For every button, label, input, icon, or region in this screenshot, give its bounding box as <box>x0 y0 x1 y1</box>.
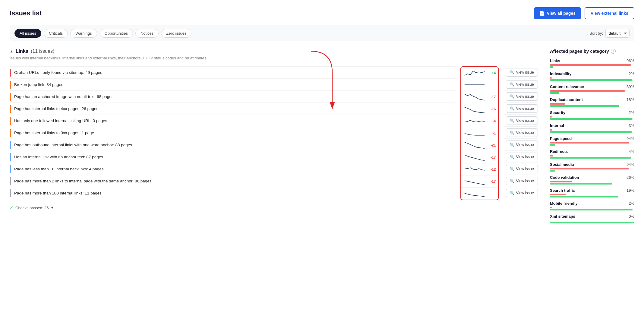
sparkline <box>463 116 486 127</box>
issue-text: Page has less than 10 internal backlinks… <box>14 167 456 171</box>
category-row: Code validation26% <box>550 175 634 185</box>
view-issue-button[interactable]: 🔍View issue <box>506 153 538 161</box>
issue-row: Page has more than 2 links to internal p… <box>10 175 456 187</box>
category-name: Security <box>550 110 565 115</box>
category-pct: 96% <box>627 58 634 63</box>
category-name: Content relevance <box>550 84 584 89</box>
progress-bar-red <box>550 103 565 105</box>
sparkline <box>463 104 486 115</box>
view-issue-button[interactable]: 🔍View issue <box>506 92 538 101</box>
view-issue-button[interactable]: 🔍View issue <box>506 104 538 113</box>
search-icon: 🔍 <box>510 106 514 111</box>
search-icon: 🔍 <box>510 131 514 135</box>
sparkline <box>463 92 486 103</box>
progress-bar-red <box>550 116 552 118</box>
category-pct: 19% <box>627 188 634 193</box>
progress-bar-red <box>550 77 552 79</box>
category-pct: 94% <box>627 136 634 141</box>
category-row: Indexability2% <box>550 71 634 81</box>
view-issue-button[interactable]: 🔍View issue <box>506 141 538 149</box>
category-row: Links96% <box>550 58 634 68</box>
sparkline-delta: -17 <box>487 95 496 99</box>
progress-bar-red <box>550 168 629 169</box>
category-name: Internal <box>550 123 564 128</box>
view-issue-button[interactable]: 🔍View issue <box>506 189 538 197</box>
collapse-icon[interactable]: ▲ <box>10 49 13 53</box>
action-row: 🔍View issue <box>504 90 538 103</box>
sparkline-row: -21 <box>461 139 498 151</box>
sparkline-row: +4 <box>461 67 498 79</box>
progress-bar-red <box>550 155 553 156</box>
issue-row: Page has internal links to 3xx pages: 1 … <box>10 127 456 139</box>
issue-indicator <box>10 165 11 173</box>
issue-row: Orphan URLs - only found via sitemap: 49… <box>10 66 456 78</box>
filter-tab-opportunities[interactable]: Opportunities <box>99 29 133 38</box>
action-row: 🔍View issue <box>504 151 538 163</box>
progress-bar-red <box>550 194 566 195</box>
progress-bar-green <box>550 170 555 172</box>
sparkline <box>463 188 486 199</box>
sparkline-row: -12 <box>461 163 498 175</box>
view-issue-button[interactable]: 🔍View issue <box>506 116 538 125</box>
action-row: 🔍View issue <box>504 78 538 90</box>
filter-tab-criticals[interactable]: Criticals <box>44 29 68 38</box>
category-pct: 2% <box>629 110 634 115</box>
filter-tab-notices[interactable]: Notices <box>135 29 159 38</box>
category-header: Social media94% <box>550 162 634 167</box>
category-pct: 26% <box>627 175 634 180</box>
category-pct: 3% <box>629 123 634 128</box>
filter-tab-all-issues[interactable]: All issues <box>14 29 41 38</box>
search-icon: 🔍 <box>510 82 514 87</box>
category-row: Content relevance89% <box>550 84 634 94</box>
sparklines-group: +4-17-16-4-1-21-17-12-17 <box>460 66 499 200</box>
category-name: Xml sitemaps <box>550 214 575 219</box>
progress-bar-red <box>550 129 552 131</box>
filter-tab-zero-issues[interactable]: Zero issues <box>161 29 191 38</box>
view-issue-button[interactable]: 🔍View issue <box>506 68 538 77</box>
sparkline-row: -17 <box>461 175 498 188</box>
checks-label: Checks passed: 25 <box>15 206 49 210</box>
progress-bar-green <box>550 92 559 94</box>
action-row: 🔍View issue <box>504 139 538 151</box>
view-all-pages-button[interactable]: 📄 View all pages <box>534 7 581 19</box>
progress-bar-red <box>550 142 629 144</box>
checks-dropdown-icon[interactable]: ▼ <box>51 206 54 210</box>
progress-bar-green <box>550 144 555 146</box>
progress-bar-red <box>550 90 625 92</box>
category-header: Mobile friendly2% <box>550 201 634 206</box>
sparkline-row: -17 <box>461 91 498 103</box>
section-title: Links (11 issues) <box>16 49 55 54</box>
issues-with-sparklines: Orphan URLs - only found via sitemap: 49… <box>10 66 538 200</box>
category-name: Duplicate content <box>550 97 583 102</box>
view-external-links-button[interactable]: View external links <box>585 7 634 19</box>
sparkline-delta: -1 <box>487 131 496 135</box>
sort-label: Sort by: <box>589 31 603 36</box>
sidebar-title: Affected pages by category i <box>550 49 634 54</box>
info-icon[interactable]: i <box>611 49 616 54</box>
view-issue-button[interactable]: 🔍View issue <box>506 128 538 137</box>
filter-bar: All issuesCriticalsWarningsOpportunities… <box>10 25 634 41</box>
category-name: Page speed <box>550 136 572 141</box>
issue-row: Page has outbound internal links with on… <box>10 139 456 151</box>
category-pct: 2% <box>629 201 634 206</box>
issue-text: Orphan URLs - only found via sitemap: 49… <box>14 70 456 75</box>
sparkline <box>463 68 486 78</box>
category-pct: 89% <box>627 84 634 89</box>
issue-row: Page has an anchored image with no alt t… <box>10 90 456 103</box>
sparkline-row: -16 <box>461 103 498 115</box>
sort-select[interactable]: default name pages <box>605 29 630 38</box>
issue-text: Has an internal link with no anchor text… <box>14 155 456 159</box>
view-issue-button[interactable]: 🔍View issue <box>506 165 538 173</box>
view-issue-button[interactable]: 🔍View issue <box>506 177 538 185</box>
sparkline <box>463 152 486 163</box>
progress-bar-green <box>550 79 633 81</box>
filter-tab-warnings[interactable]: Warnings <box>70 29 97 38</box>
issues-section: ▲ Links (11 issues) Issues with internal… <box>10 49 538 227</box>
action-row: 🔍View issue <box>504 66 538 78</box>
action-row: 🔍View issue <box>504 127 538 139</box>
category-name: Links <box>550 58 560 63</box>
sparkline-delta: -12 <box>487 167 496 172</box>
main-layout: ▲ Links (11 issues) Issues with internal… <box>10 49 634 227</box>
view-issue-button[interactable]: 🔍View issue <box>506 80 538 89</box>
checks-passed[interactable]: ✓ Checks passed: 25 ▼ <box>10 205 538 210</box>
